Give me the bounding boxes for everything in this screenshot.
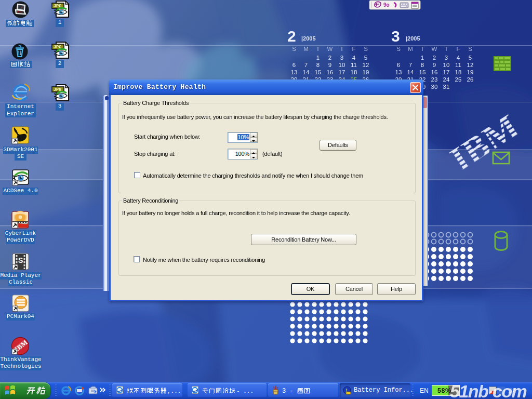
svg-text:26: 26 — [467, 76, 474, 83]
svg-text:M: M — [303, 46, 309, 52]
svg-text:3: 3 — [340, 55, 343, 61]
svg-text:S: S — [18, 256, 23, 264]
svg-text:23: 23 — [431, 76, 438, 83]
svg-text:19: 19 — [363, 69, 369, 75]
svg-text:16: 16 — [327, 69, 334, 75]
svg-text:5: 5 — [364, 55, 367, 61]
svg-text:18: 18 — [455, 69, 462, 75]
svg-text:4: 4 — [352, 55, 356, 61]
svg-text:1: 1 — [316, 55, 320, 61]
svg-text:S: S — [468, 46, 472, 52]
svg-text:3 -: 3 - — [282, 388, 294, 395]
svg-text:31: 31 — [443, 84, 450, 90]
svg-text:1: 1 — [421, 55, 424, 61]
svg-text:4: 4 — [457, 55, 460, 61]
svg-text:6: 6 — [397, 62, 400, 68]
svg-text:5: 5 — [469, 55, 472, 61]
svg-text:30: 30 — [431, 84, 438, 90]
svg-text:19: 19 — [467, 69, 474, 75]
svg-text:W: W — [327, 46, 333, 52]
svg-text:25: 25 — [455, 76, 462, 83]
svg-text:W: W — [432, 46, 437, 52]
svg-text:8: 8 — [421, 62, 424, 68]
svg-text:T: T — [420, 46, 424, 52]
svg-text:13: 13 — [291, 69, 298, 75]
svg-text:13: 13 — [395, 69, 402, 75]
svg-text:18: 18 — [351, 69, 357, 75]
svg-text:2: 2 — [287, 28, 296, 45]
svg-text:24: 24 — [443, 76, 450, 83]
svg-text:S: S — [396, 46, 401, 52]
svg-text:10: 10 — [443, 62, 450, 68]
svg-text:S: S — [292, 46, 296, 52]
svg-text:3: 3 — [445, 55, 448, 61]
svg-text:T: T — [316, 46, 320, 52]
svg-text:9o: 9o — [383, 2, 390, 8]
svg-text:11: 11 — [455, 62, 461, 68]
svg-text:2: 2 — [328, 55, 331, 61]
svg-text:6: 6 — [292, 62, 296, 68]
svg-text:16: 16 — [431, 69, 438, 75]
svg-text:12: 12 — [467, 62, 474, 68]
svg-text:F: F — [456, 46, 460, 52]
svg-text:3: 3 — [391, 28, 400, 45]
svg-text:|2005: |2005 — [301, 35, 316, 42]
svg-text:T: T — [340, 46, 343, 52]
svg-text:14: 14 — [303, 69, 310, 75]
svg-text:|2005: |2005 — [406, 35, 420, 42]
svg-text:12: 12 — [363, 62, 369, 68]
svg-text:11: 11 — [351, 62, 357, 68]
svg-text:9: 9 — [328, 62, 331, 68]
svg-text:,...: ,... — [167, 388, 180, 394]
svg-text:- ...: - ... — [236, 388, 254, 394]
svg-text:7: 7 — [304, 62, 308, 68]
svg-text:8: 8 — [316, 62, 320, 68]
svg-text:F: F — [352, 46, 355, 52]
svg-text:10: 10 — [339, 62, 345, 68]
svg-text:2: 2 — [433, 55, 436, 61]
svg-text:15: 15 — [315, 69, 322, 75]
svg-text:14: 14 — [407, 69, 414, 75]
svg-text:S: S — [364, 46, 368, 52]
svg-text:7: 7 — [409, 62, 412, 68]
svg-text:9: 9 — [433, 62, 436, 68]
svg-text:15: 15 — [419, 69, 426, 75]
svg-text:M: M — [408, 46, 413, 52]
svg-text:17: 17 — [339, 69, 345, 75]
svg-text:17: 17 — [443, 69, 450, 75]
svg-text:T: T — [444, 46, 448, 52]
